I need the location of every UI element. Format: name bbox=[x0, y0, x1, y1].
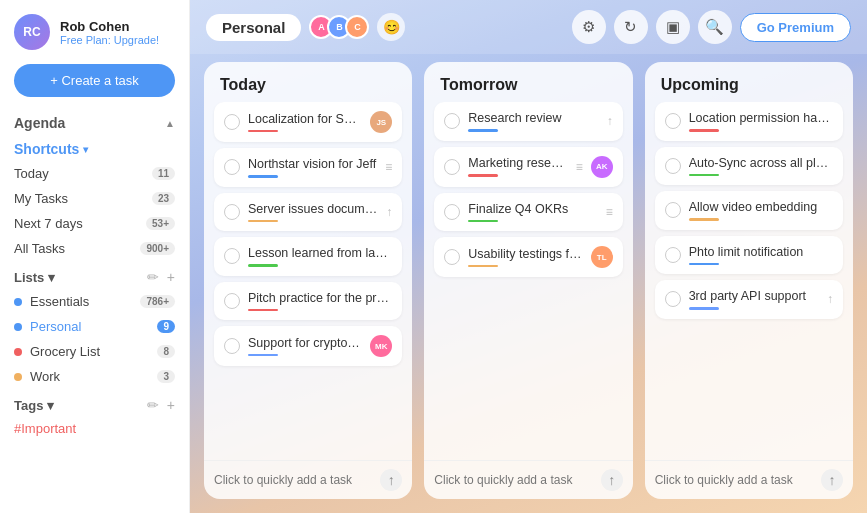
task-checkbox[interactable] bbox=[224, 114, 240, 130]
edit-tags-button[interactable]: ✏ bbox=[147, 397, 159, 413]
upcoming-column-footer: ↑ bbox=[645, 460, 853, 499]
task-title: Localization for Spain bbox=[248, 112, 362, 126]
task-attachment-icon: ≡ bbox=[576, 160, 583, 174]
today-column: Today Localization for Spain JS Northsta… bbox=[204, 62, 412, 499]
task-title: Finalize Q4 OKRs bbox=[468, 202, 597, 216]
task-title: Phto limit notification bbox=[689, 245, 833, 259]
header-avatars: A B C bbox=[309, 15, 369, 39]
task-content: Auto-Sync across all platfo... bbox=[689, 156, 833, 177]
tag-item-important[interactable]: #Important bbox=[0, 417, 189, 440]
task-title: Auto-Sync across all platfo... bbox=[689, 156, 833, 170]
list-item-grocery[interactable]: Grocery List 8 bbox=[0, 339, 189, 364]
add-task-button[interactable]: ↑ bbox=[601, 469, 623, 491]
task-content: Phto limit notification bbox=[689, 245, 833, 266]
grocery-dot-icon bbox=[14, 348, 22, 356]
list-item-work[interactable]: Work 3 bbox=[0, 364, 189, 389]
task-checkbox[interactable] bbox=[665, 291, 681, 307]
add-task-button[interactable]: ↑ bbox=[821, 469, 843, 491]
add-task-input[interactable] bbox=[434, 473, 600, 487]
table-row[interactable]: Northstar vision for Jeff ≡ bbox=[214, 148, 402, 187]
edit-lists-button[interactable]: ✏ bbox=[147, 269, 159, 285]
task-checkbox[interactable] bbox=[444, 113, 460, 129]
task-content: Usability testings for 3rd flow bbox=[468, 247, 582, 268]
add-task-button[interactable]: ↑ bbox=[380, 469, 402, 491]
table-row[interactable]: Allow video embedding bbox=[655, 191, 843, 230]
task-checkbox[interactable] bbox=[224, 293, 240, 309]
search-icon[interactable]: 🔍 bbox=[698, 10, 732, 44]
upcoming-tasks-list: Location permission handl... Auto-Sync a… bbox=[645, 102, 853, 460]
sidebar-item-today[interactable]: Today 11 bbox=[0, 161, 189, 186]
task-priority-bar bbox=[248, 264, 278, 267]
lists-section-header[interactable]: Lists ▾ ✏ + bbox=[0, 261, 189, 289]
list-item-personal[interactable]: Personal 9 bbox=[0, 314, 189, 339]
agenda-section: Agenda ▲ bbox=[0, 109, 189, 135]
table-row[interactable]: Finalize Q4 OKRs ≡ bbox=[434, 193, 622, 232]
table-row[interactable]: Marketing research ≡ AK bbox=[434, 147, 622, 187]
task-content: Support for cryptocurrency bbox=[248, 336, 362, 357]
create-task-button[interactable]: + Create a task bbox=[14, 64, 175, 97]
task-priority-bar bbox=[468, 129, 498, 132]
today-column-header: Today bbox=[204, 62, 412, 102]
table-row[interactable]: Phto limit notification bbox=[655, 236, 843, 275]
upgrade-link[interactable]: Upgrade! bbox=[114, 34, 159, 46]
task-checkbox[interactable] bbox=[224, 204, 240, 220]
table-row[interactable]: Auto-Sync across all platfo... bbox=[655, 147, 843, 186]
task-checkbox[interactable] bbox=[444, 249, 460, 265]
table-row[interactable]: Server issues document ↑ bbox=[214, 193, 402, 232]
task-checkbox[interactable] bbox=[665, 158, 681, 174]
table-row[interactable]: Usability testings for 3rd flow TL bbox=[434, 237, 622, 277]
table-row[interactable]: Localization for Spain JS bbox=[214, 102, 402, 142]
user-info: Rob Cohen Free Plan: Upgrade! bbox=[60, 19, 159, 46]
task-checkbox[interactable] bbox=[224, 159, 240, 175]
go-premium-button[interactable]: Go Premium bbox=[740, 13, 851, 42]
table-row[interactable]: Lesson learned from last sprint bbox=[214, 237, 402, 276]
upcoming-column: Upcoming Location permission handl... Au… bbox=[645, 62, 853, 499]
essentials-badge: 786+ bbox=[140, 295, 175, 308]
task-title: Server issues document bbox=[248, 202, 378, 216]
emoji-button[interactable]: 😊 bbox=[377, 13, 405, 41]
sidebar-item-my-tasks[interactable]: My Tasks 23 bbox=[0, 186, 189, 211]
task-title: Northstar vision for Jeff bbox=[248, 157, 377, 171]
task-checkbox[interactable] bbox=[444, 159, 460, 175]
task-title: Usability testings for 3rd flow bbox=[468, 247, 582, 261]
add-task-input[interactable] bbox=[214, 473, 380, 487]
table-row[interactable]: Location permission handl... bbox=[655, 102, 843, 141]
task-content: Pitch practice for the presentation bbox=[248, 291, 392, 312]
list-item-essentials[interactable]: Essentials 786+ bbox=[0, 289, 189, 314]
task-checkbox[interactable] bbox=[444, 204, 460, 220]
task-checkbox[interactable] bbox=[224, 248, 240, 264]
task-checkbox[interactable] bbox=[665, 113, 681, 129]
add-tag-button[interactable]: + bbox=[167, 397, 175, 413]
task-title: 3rd party API support bbox=[689, 289, 819, 303]
shortcuts-header[interactable]: Shortcuts ▾ bbox=[0, 135, 189, 161]
today-column-footer: ↑ bbox=[204, 460, 412, 499]
tomorrow-tasks-list: Research review ↑ Marketing research ≡ A… bbox=[424, 102, 632, 460]
header-left: Personal A B C 😊 bbox=[206, 13, 405, 41]
sidebar-item-all-tasks[interactable]: All Tasks 900+ bbox=[0, 236, 189, 261]
table-row[interactable]: Pitch practice for the presentation bbox=[214, 282, 402, 321]
task-priority-bar bbox=[248, 220, 278, 223]
task-checkbox[interactable] bbox=[665, 202, 681, 218]
settings-icon[interactable]: ⚙ bbox=[572, 10, 606, 44]
tags-section-header[interactable]: Tags ▾ ✏ + bbox=[0, 389, 189, 417]
task-title: Allow video embedding bbox=[689, 200, 833, 214]
table-row[interactable]: Research review ↑ bbox=[434, 102, 622, 141]
table-row[interactable]: 3rd party API support ↑ bbox=[655, 280, 843, 319]
view-icon[interactable]: ▣ bbox=[656, 10, 690, 44]
task-assignee-avatar: JS bbox=[370, 111, 392, 133]
task-priority-bar bbox=[248, 354, 278, 357]
task-title: Location permission handl... bbox=[689, 111, 833, 125]
add-task-input[interactable] bbox=[655, 473, 821, 487]
task-title: Pitch practice for the presentation bbox=[248, 291, 392, 305]
task-checkbox[interactable] bbox=[224, 338, 240, 354]
add-list-button[interactable]: + bbox=[167, 269, 175, 285]
task-content: Localization for Spain bbox=[248, 112, 362, 133]
header-right: ⚙ ↻ ▣ 🔍 Go Premium bbox=[572, 10, 851, 44]
sidebar-item-next-7-days[interactable]: Next 7 days 53+ bbox=[0, 211, 189, 236]
task-priority-bar bbox=[468, 220, 498, 223]
refresh-icon[interactable]: ↻ bbox=[614, 10, 648, 44]
task-assignee-avatar: TL bbox=[591, 246, 613, 268]
task-priority-icon: ↑ bbox=[827, 292, 833, 306]
table-row[interactable]: Support for cryptocurrency MK bbox=[214, 326, 402, 366]
task-checkbox[interactable] bbox=[665, 247, 681, 263]
